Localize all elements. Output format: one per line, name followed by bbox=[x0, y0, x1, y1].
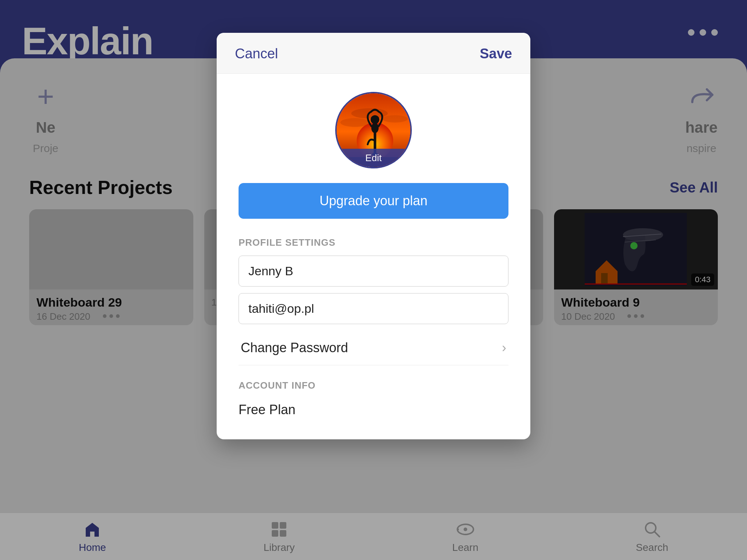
chevron-right-icon: › bbox=[502, 340, 506, 355]
svg-point-20 bbox=[340, 118, 369, 127]
account-info-label: ACCOUNT INFO bbox=[239, 380, 508, 391]
upgrade-button[interactable]: Upgrade your plan bbox=[239, 183, 508, 219]
avatar-container[interactable]: Edit bbox=[335, 92, 412, 168]
svg-point-21 bbox=[382, 115, 408, 122]
cancel-button[interactable]: Cancel bbox=[235, 46, 278, 62]
modal-header: Cancel Save bbox=[217, 33, 530, 74]
free-plan-label: Free Plan bbox=[239, 398, 508, 417]
profile-modal: Cancel Save bbox=[217, 33, 530, 439]
modal-body: Edit Upgrade your plan PROFILE SETTINGS … bbox=[217, 74, 530, 439]
svg-point-24 bbox=[371, 123, 379, 133]
email-input[interactable] bbox=[239, 293, 508, 324]
avatar-circle: Edit bbox=[335, 92, 412, 168]
avatar-section: Edit bbox=[239, 92, 508, 168]
change-password-label: Change Password bbox=[241, 340, 348, 355]
username-input[interactable] bbox=[239, 256, 508, 287]
change-password-row[interactable]: Change Password › bbox=[239, 331, 508, 365]
profile-settings-label: PROFILE SETTINGS bbox=[239, 237, 508, 248]
save-button[interactable]: Save bbox=[480, 46, 512, 62]
avatar-edit-label[interactable]: Edit bbox=[337, 149, 410, 167]
svg-point-25 bbox=[371, 115, 379, 124]
